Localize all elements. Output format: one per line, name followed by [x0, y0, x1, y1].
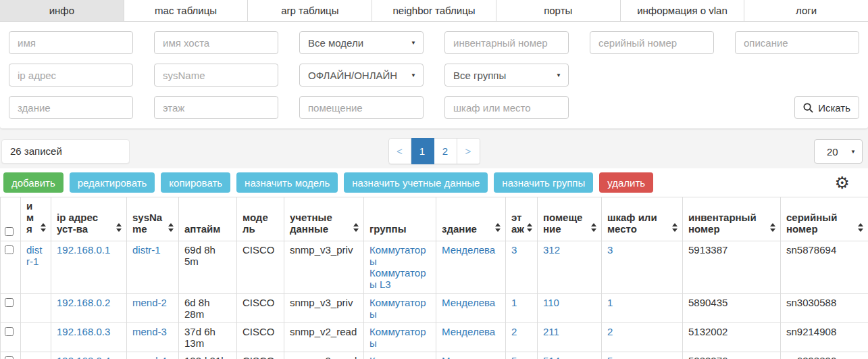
- groups-select[interactable]: Все группы ▼: [444, 64, 569, 87]
- name-input[interactable]: [9, 31, 133, 54]
- group-link[interactable]: Коммутаторы: [369, 326, 430, 349]
- hostname-input[interactable]: [154, 31, 278, 54]
- room-link[interactable]: 211: [543, 326, 559, 337]
- pagination-next[interactable]: >: [457, 138, 480, 164]
- serial-input[interactable]: [590, 31, 714, 54]
- cell-groups: Коммутаторы: [364, 352, 436, 359]
- column-header-credentials[interactable]: учетные данные: [284, 197, 364, 241]
- group-link[interactable]: Коммутаторы: [369, 244, 430, 267]
- pagination-page-2[interactable]: 2: [434, 138, 457, 164]
- sort-icon[interactable]: [770, 223, 776, 232]
- row-checkbox[interactable]: [5, 356, 14, 359]
- cell-floor: 3: [506, 241, 538, 294]
- floor-input[interactable]: [154, 96, 278, 119]
- tab-mac-tables[interactable]: mac таблицы: [124, 0, 249, 21]
- group-link[interactable]: Коммутаторы L3: [369, 267, 430, 290]
- pagination-page-1[interactable]: 1: [411, 138, 434, 164]
- sort-icon[interactable]: [116, 223, 122, 232]
- sort-icon[interactable]: [858, 223, 864, 232]
- column-header-rack[interactable]: шкаф или место: [602, 197, 683, 241]
- edit-button[interactable]: редактировать: [70, 172, 155, 193]
- floor-link[interactable]: 2: [511, 326, 517, 337]
- column-label: помещение: [543, 212, 582, 235]
- rack-link[interactable]: 3: [607, 244, 613, 256]
- toolbar: добавить редактировать копировать назнач…: [0, 168, 868, 197]
- tab-arp-tables[interactable]: arp таблицы: [248, 0, 372, 21]
- sysname-link[interactable]: distr-1: [132, 244, 161, 256]
- search-button[interactable]: Искать: [794, 96, 859, 119]
- inventory-input[interactable]: [444, 31, 569, 54]
- delete-button[interactable]: удалить: [599, 172, 653, 193]
- rack-input[interactable]: [444, 96, 569, 119]
- tab-neighbor-tables[interactable]: neighbor таблицы: [372, 0, 496, 21]
- column-header-floor[interactable]: этаж: [506, 197, 538, 241]
- device-name-link[interactable]: distr-1: [26, 244, 42, 267]
- description-input[interactable]: [735, 31, 859, 54]
- device-ip-link[interactable]: 192.168.0.3: [57, 326, 110, 337]
- room-link[interactable]: 110: [543, 297, 559, 308]
- building-input[interactable]: [9, 96, 133, 119]
- tab-logs[interactable]: логи: [744, 0, 868, 21]
- add-button[interactable]: добавить: [3, 172, 63, 193]
- column-header-building[interactable]: здание: [436, 197, 506, 241]
- copy-button[interactable]: копировать: [161, 172, 230, 193]
- cell-ip: 192.168.0.4: [51, 352, 127, 359]
- model-select[interactable]: Все модели ▼: [299, 31, 424, 54]
- column-label: sysName: [132, 212, 162, 235]
- sort-icon[interactable]: [495, 223, 501, 232]
- floor-link[interactable]: 5: [511, 355, 517, 359]
- building-link[interactable]: Менделева: [442, 297, 495, 308]
- cell-name: [21, 352, 51, 359]
- sort-icon[interactable]: [41, 223, 47, 232]
- sort-icon[interactable]: [353, 223, 359, 232]
- tab-info[interactable]: инфо: [0, 0, 124, 21]
- group-link[interactable]: Коммутаторы: [369, 355, 430, 359]
- column-header-ip[interactable]: ip адрес уст-ва: [51, 197, 127, 241]
- group-link[interactable]: Коммутаторы: [369, 297, 430, 320]
- ip-input[interactable]: [9, 64, 133, 87]
- sysname-input[interactable]: [154, 64, 278, 87]
- floor-link[interactable]: 3: [511, 244, 517, 256]
- room-link[interactable]: 514: [543, 355, 560, 359]
- assign-credentials-button[interactable]: назначить учетные данные: [344, 172, 488, 193]
- building-link[interactable]: Менделева: [442, 326, 495, 337]
- room-link[interactable]: 312: [543, 244, 560, 256]
- device-ip-link[interactable]: 192.168.0.1: [57, 244, 110, 256]
- page-size-select[interactable]: 20 ▼: [814, 139, 863, 164]
- column-header-name[interactable]: имя: [21, 197, 51, 241]
- assign-model-button[interactable]: назначить модель: [236, 172, 338, 193]
- select-all-checkbox[interactable]: [5, 227, 14, 236]
- status-select-value: ОФЛАЙН/ОНЛАЙН: [308, 70, 397, 81]
- room-input[interactable]: [299, 96, 424, 119]
- rack-link[interactable]: 2: [607, 326, 613, 337]
- column-header-sysname[interactable]: sysName: [127, 197, 179, 241]
- device-ip-link[interactable]: 192.168.0.2: [57, 297, 110, 308]
- row-checkbox[interactable]: [5, 298, 14, 307]
- sysname-link[interactable]: mend-3: [132, 326, 167, 337]
- floor-link[interactable]: 1: [511, 297, 517, 308]
- column-header-inventory[interactable]: инвентарный номер: [683, 197, 781, 241]
- sort-icon[interactable]: [591, 223, 597, 232]
- status-select[interactable]: ОФЛАЙН/ОНЛАЙН ▼: [299, 64, 424, 87]
- rack-link[interactable]: 5: [607, 355, 613, 359]
- sort-icon[interactable]: [672, 223, 678, 232]
- building-link[interactable]: Менделева: [442, 355, 495, 359]
- column-header-room[interactable]: помещение: [538, 197, 602, 241]
- sort-icon[interactable]: [527, 223, 533, 232]
- assign-groups-button[interactable]: назначить группы: [494, 172, 593, 193]
- sort-icon[interactable]: [168, 223, 174, 232]
- row-checkbox[interactable]: [5, 327, 14, 336]
- row-checkbox[interactable]: [5, 245, 14, 254]
- pagination-prev[interactable]: <: [388, 138, 411, 164]
- device-ip-link[interactable]: 192.168.0.4: [57, 355, 110, 359]
- cell-uptime: 6d 8h 28m: [179, 294, 237, 323]
- building-link[interactable]: Менделева: [442, 244, 495, 256]
- sysname-link[interactable]: mend-4: [132, 355, 167, 359]
- tab-ports[interactable]: порты: [496, 0, 621, 21]
- tab-vlan-info[interactable]: информация о vlan: [621, 0, 745, 21]
- sysname-link[interactable]: mend-2: [132, 297, 167, 308]
- gear-icon[interactable]: ⚙: [835, 174, 850, 191]
- cell-serial: sn3030588: [781, 294, 868, 323]
- rack-link[interactable]: 1: [607, 297, 613, 308]
- column-header-serial[interactable]: серийный номер: [781, 197, 868, 241]
